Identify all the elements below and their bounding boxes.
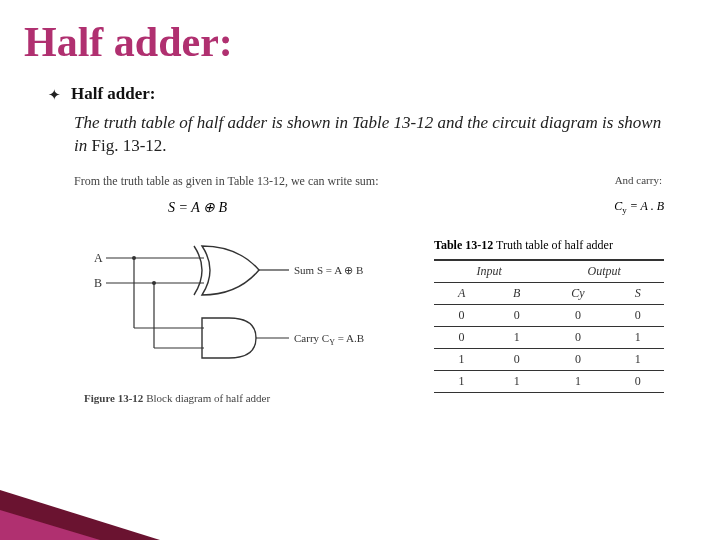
diagram-area: A B Sum S = A bbox=[48, 220, 684, 404]
th-output: Output bbox=[544, 260, 664, 283]
table-row: 0 0 0 0 bbox=[434, 304, 664, 326]
bullet-row: ✦ Half adder: bbox=[48, 84, 684, 106]
truth-table-box: Table 13-12 Truth table of half adder In… bbox=[434, 238, 664, 393]
table-caption: Table 13-12 Truth table of half adder bbox=[434, 238, 664, 259]
table-caption-text: Truth table of half adder bbox=[493, 238, 613, 252]
label-b: B bbox=[94, 276, 102, 290]
label-sum: Sum S = A ⊕ B bbox=[294, 264, 363, 276]
intro-sum-text: From the truth table as given in Table 1… bbox=[74, 174, 379, 189]
intro-carry-text: And carry: bbox=[615, 174, 664, 186]
and-gate-icon bbox=[202, 318, 256, 358]
figure-caption-strong: Figure 13-12 bbox=[84, 392, 143, 404]
eq-carry-prefix: C bbox=[614, 199, 622, 213]
circuit-box: A B Sum S = A bbox=[84, 238, 404, 404]
table-row: 1 0 0 1 bbox=[434, 348, 664, 370]
truth-table-body: 0 0 0 0 0 1 0 1 1 0 0 1 bbox=[434, 304, 664, 392]
content-area: ✦ Half adder: The truth table of half ad… bbox=[0, 72, 720, 404]
circuit-diagram: A B Sum S = A bbox=[84, 238, 404, 378]
th-input: Input bbox=[434, 260, 544, 283]
figure-caption-text: Block diagram of half adder bbox=[143, 392, 270, 404]
label-carry: Carry CY = A.B bbox=[294, 332, 364, 347]
bullet-icon: ✦ bbox=[48, 84, 61, 106]
truth-table: Input Output A B Cy S 0 0 0 0 bbox=[434, 259, 664, 393]
th-a: A bbox=[434, 282, 489, 304]
table-row: 0 1 0 1 bbox=[434, 326, 664, 348]
th-s: S bbox=[612, 282, 664, 304]
table-row: 1 1 1 0 bbox=[434, 370, 664, 392]
eq-carry-tail: = A . B bbox=[627, 199, 664, 213]
page-title: Half adder: bbox=[0, 0, 720, 72]
th-b: B bbox=[489, 282, 544, 304]
table-header-cols: A B Cy S bbox=[434, 282, 664, 304]
decorative-corner-light bbox=[0, 510, 100, 540]
body-text: The truth table of half adder is shown i… bbox=[48, 110, 684, 168]
table-header-group: Input Output bbox=[434, 260, 664, 283]
th-cy: Cy bbox=[544, 282, 611, 304]
sub-heading: Half adder: bbox=[71, 84, 156, 104]
equation-carry: Cy = A . B bbox=[614, 199, 670, 216]
intro-row: From the truth table as given in Table 1… bbox=[48, 168, 684, 189]
equations-row: S = A ⊕ B Cy = A . B bbox=[48, 189, 684, 220]
table-caption-strong: Table 13-12 bbox=[434, 238, 493, 252]
xor-gate-icon bbox=[202, 246, 259, 295]
body-tail: Fig. 13-12. bbox=[91, 136, 166, 155]
figure-caption: Figure 13-12 Block diagram of half adder bbox=[84, 382, 404, 404]
equation-sum: S = A ⊕ B bbox=[168, 199, 227, 216]
label-a: A bbox=[94, 251, 103, 265]
